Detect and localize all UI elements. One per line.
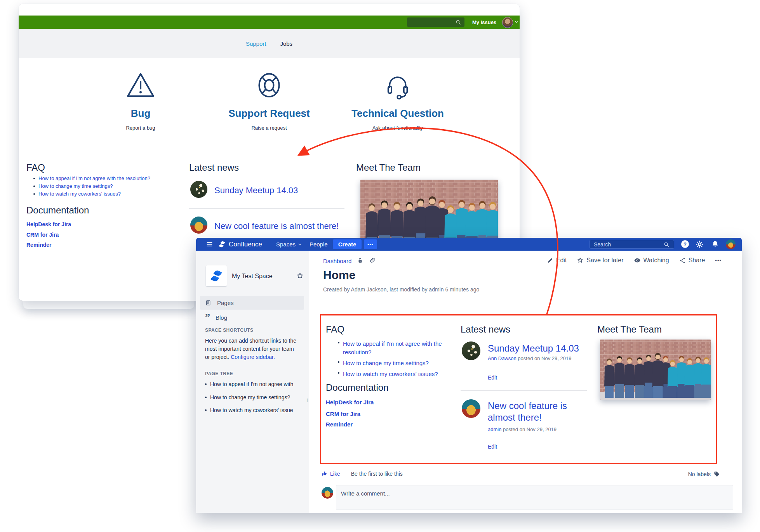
news-item-avatar	[190, 217, 207, 234]
hamburger-menu-icon[interactable]	[205, 240, 214, 248]
share-icon	[679, 257, 686, 264]
breadcrumb-dashboard-link[interactable]: Dashboard	[323, 258, 351, 264]
share-button[interactable]: Share	[679, 257, 705, 264]
confluence-window: Confluence Spaces People Create ••• ? My…	[196, 238, 742, 513]
documentation-heading: Documentation	[26, 205, 89, 216]
request-type-technical-question[interactable]: Technical Question Ask about functionali…	[339, 68, 456, 131]
bullet	[33, 185, 35, 187]
faq-link[interactable]: How to change my time settings?	[338, 359, 449, 367]
comment-input[interactable]	[336, 485, 733, 510]
news-author-link[interactable]: admin	[488, 426, 501, 432]
confluence-logo-text[interactable]: Confluence	[229, 238, 262, 251]
chevron-down-icon[interactable]	[514, 19, 519, 24]
tab-support[interactable]: Support	[246, 40, 266, 47]
doc-link-crm[interactable]: CRM for Jira	[326, 411, 360, 417]
edit-button[interactable]: Edit	[547, 257, 567, 264]
faq-link[interactable]: How to appeal if I'm not agree with the …	[338, 340, 449, 357]
red-highlight-rectangle: FAQ How to appeal if I'm not agree with …	[320, 314, 717, 464]
space-logo[interactable]	[206, 265, 227, 286]
headset-icon	[383, 71, 413, 101]
breadcrumb: Dashboard	[323, 257, 376, 264]
faq-link[interactable]: How to watch my coworkers' issues?	[338, 370, 449, 378]
divider	[461, 390, 587, 391]
doc-link-reminder[interactable]: Reminder	[326, 421, 353, 428]
confluence-logo-icon[interactable]	[218, 240, 226, 248]
news-item-byline: admin posted on Nov 29, 2019	[488, 426, 557, 432]
like-button[interactable]: Like	[322, 471, 340, 477]
nav-people[interactable]: People	[310, 238, 328, 251]
page-tree-item[interactable]: How to watch my coworkers' issue	[205, 407, 293, 413]
paperclip-icon[interactable]	[369, 257, 376, 264]
watching-button[interactable]: Watching	[634, 257, 669, 264]
page-byline: Created by Adam Jackson, last modified b…	[323, 286, 479, 293]
request-type-title: Bug	[82, 107, 199, 120]
pencil-icon	[547, 257, 553, 264]
news-author-link[interactable]: Ann Dawson	[488, 355, 517, 361]
documentation-heading: Documentation	[326, 382, 388, 393]
gear-icon[interactable]	[696, 240, 704, 248]
nav-more-button[interactable]: •••	[364, 239, 377, 249]
faq-link-list: How to appeal if I'm not agree with the …	[33, 175, 162, 199]
no-labels-text: No labels	[688, 471, 711, 477]
page-content-area: Dashboard Edit Save for later Watching S…	[309, 251, 742, 513]
configure-sidebar-link[interactable]: Configure sidebar.	[231, 354, 275, 360]
tab-jobs[interactable]: Jobs	[280, 40, 292, 47]
space-shortcuts-heading: SPACE SHORTCUTS	[205, 328, 253, 333]
page-title: Home	[323, 269, 355, 282]
bell-icon[interactable]	[711, 240, 719, 248]
portal-tab-bar: Support Jobs	[19, 29, 520, 58]
labels-bar: No labels	[688, 471, 720, 477]
tag-icon[interactable]	[713, 471, 720, 477]
quote-icon: ”	[205, 315, 210, 320]
request-type-title: Support Request	[211, 107, 327, 120]
news-item-title[interactable]: Sunday Meetup 14.03	[488, 343, 579, 354]
bullet	[205, 383, 207, 385]
news-item-title[interactable]: Sunday Meetup 14.03	[214, 185, 298, 196]
doc-link-helpdesk[interactable]: HelpDesk for Jira	[326, 399, 374, 405]
search-icon	[455, 19, 461, 25]
confluence-search-input[interactable]	[590, 240, 674, 249]
team-photo	[600, 340, 711, 400]
nav-spaces[interactable]: Spaces	[276, 238, 302, 251]
news-edit-link[interactable]: Edit	[488, 374, 497, 381]
create-button[interactable]: Create	[333, 239, 362, 249]
request-type-support-request[interactable]: Support Request Raise a request	[211, 68, 327, 131]
faq-link[interactable]: How to watch my coworkers' issues?	[33, 191, 162, 197]
news-item-title[interactable]: New cool feature is almost there!	[488, 400, 577, 423]
request-type-row: Bug Report a bug Support Request Raise a…	[82, 68, 456, 131]
help-icon[interactable]: ?	[681, 240, 689, 248]
eye-icon	[634, 257, 641, 264]
portal-user-avatar[interactable]	[502, 17, 513, 28]
page-tree-item[interactable]: How to change my time settings?	[205, 394, 290, 400]
space-sidebar: My Test Space Pages ” Blog SPACE SHORTCU…	[196, 251, 309, 513]
sidebar-item-pages[interactable]: Pages	[200, 296, 304, 310]
faq-link[interactable]: How to change my time settings?	[33, 183, 162, 189]
space-shortcuts-text: Here you can add shortcut links to the m…	[205, 337, 298, 361]
doc-link-helpdesk[interactable]: HelpDesk for Jira	[26, 221, 71, 227]
thumbs-up-icon	[322, 471, 328, 477]
my-issues-link[interactable]: My issues	[472, 19, 496, 25]
faq-heading: FAQ	[26, 162, 45, 173]
space-name[interactable]: My Test Space	[232, 273, 273, 280]
unlock-icon[interactable]	[357, 257, 364, 264]
page-more-button[interactable]: •••	[715, 258, 722, 263]
star-icon[interactable]	[296, 272, 304, 279]
page-tree-item[interactable]: How to appeal if I'm not agree with	[205, 381, 293, 387]
faq-link[interactable]: How to appeal if I'm not agree with the …	[33, 175, 162, 181]
sidebar-item-blog[interactable]: ” Blog	[200, 310, 304, 324]
news-edit-link[interactable]: Edit	[488, 444, 497, 450]
doc-link-crm[interactable]: CRM for Jira	[26, 232, 59, 238]
bullet	[338, 372, 339, 374]
bullet	[338, 342, 339, 343]
faq-link-list: How to appeal if I'm not agree with the …	[338, 340, 449, 381]
confluence-nav-bar: Confluence Spaces People Create ••• ?	[196, 238, 742, 251]
save-for-later-button[interactable]: Save for later	[577, 257, 623, 264]
confluence-user-avatar[interactable]	[726, 239, 736, 249]
doc-link-reminder[interactable]: Reminder	[26, 242, 52, 248]
request-type-bug[interactable]: Bug Report a bug	[82, 68, 199, 131]
latest-news-heading: Latest news	[461, 324, 510, 335]
meet-the-team-heading: Meet The Team	[597, 324, 662, 335]
like-bar: Like Be the first to like this	[322, 471, 403, 477]
news-item-title[interactable]: New cool feature is almost there!	[214, 221, 339, 231]
bullet	[205, 397, 207, 398]
